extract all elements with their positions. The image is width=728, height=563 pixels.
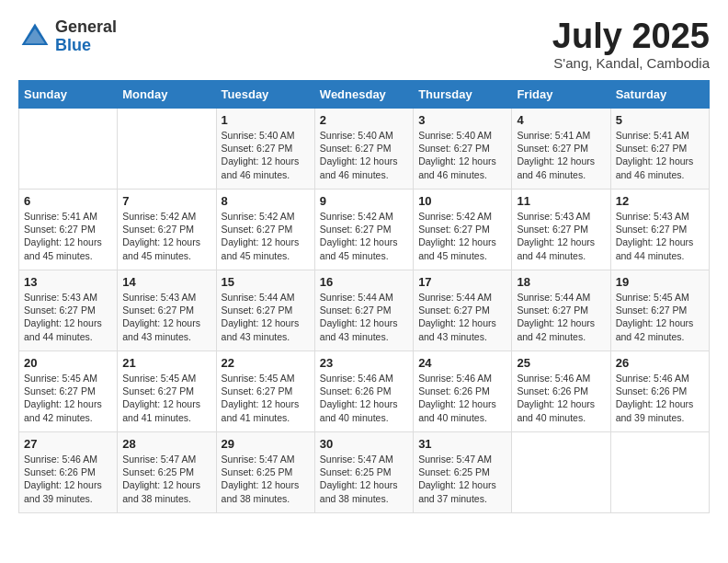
- day-info: Sunrise: 5:44 AM Sunset: 6:27 PM Dayligh…: [222, 291, 310, 343]
- day-info: Sunrise: 5:43 AM Sunset: 6:27 PM Dayligh…: [24, 291, 112, 343]
- day-info: Sunrise: 5:45 AM Sunset: 6:27 PM Dayligh…: [616, 291, 704, 343]
- day-info: Sunrise: 5:44 AM Sunset: 6:27 PM Dayligh…: [517, 291, 605, 343]
- calendar-cell: 5Sunrise: 5:41 AM Sunset: 6:27 PM Daylig…: [610, 109, 709, 190]
- calendar-cell: 9Sunrise: 5:42 AM Sunset: 6:27 PM Daylig…: [314, 190, 413, 270]
- day-number: 1: [222, 113, 310, 127]
- calendar-cell: 4Sunrise: 5:41 AM Sunset: 6:27 PM Daylig…: [512, 109, 610, 190]
- title-block: July 2025 S'ang, Kandal, Cambodia: [552, 18, 710, 71]
- day-number: 10: [418, 194, 506, 208]
- day-number: 2: [320, 113, 408, 127]
- month-title: July 2025: [552, 18, 710, 53]
- calendar-cell: 31Sunrise: 5:47 AM Sunset: 6:25 PM Dayli…: [414, 432, 512, 513]
- calendar-cell: 26Sunrise: 5:46 AM Sunset: 6:26 PM Dayli…: [610, 351, 709, 432]
- day-number: 19: [616, 275, 704, 289]
- day-info: Sunrise: 5:46 AM Sunset: 6:26 PM Dayligh…: [418, 372, 506, 424]
- page-header: General Blue July 2025 S'ang, Kandal, Ca…: [18, 18, 710, 71]
- day-info: Sunrise: 5:45 AM Sunset: 6:27 PM Dayligh…: [122, 372, 210, 424]
- calendar-cell: [512, 432, 610, 513]
- day-info: Sunrise: 5:43 AM Sunset: 6:27 PM Dayligh…: [517, 210, 605, 262]
- day-number: 23: [320, 356, 408, 370]
- calendar-cell: 16Sunrise: 5:44 AM Sunset: 6:27 PM Dayli…: [314, 270, 413, 351]
- day-info: Sunrise: 5:42 AM Sunset: 6:27 PM Dayligh…: [320, 210, 408, 262]
- day-info: Sunrise: 5:43 AM Sunset: 6:27 PM Dayligh…: [616, 210, 704, 262]
- calendar-cell: 6Sunrise: 5:41 AM Sunset: 6:27 PM Daylig…: [19, 190, 118, 270]
- day-info: Sunrise: 5:40 AM Sunset: 6:27 PM Dayligh…: [222, 129, 310, 181]
- day-info: Sunrise: 5:46 AM Sunset: 6:26 PM Dayligh…: [616, 372, 704, 424]
- calendar-week-row: 20Sunrise: 5:45 AM Sunset: 6:27 PM Dayli…: [19, 351, 710, 432]
- day-number: 8: [222, 194, 310, 208]
- day-header: Tuesday: [216, 81, 314, 109]
- logo: General Blue: [18, 18, 117, 55]
- location-subtitle: S'ang, Kandal, Cambodia: [552, 55, 710, 71]
- day-info: Sunrise: 5:47 AM Sunset: 6:25 PM Dayligh…: [222, 453, 310, 505]
- calendar-week-row: 27Sunrise: 5:46 AM Sunset: 6:26 PM Dayli…: [19, 432, 710, 513]
- calendar-cell: 21Sunrise: 5:45 AM Sunset: 6:27 PM Dayli…: [118, 351, 216, 432]
- day-info: Sunrise: 5:42 AM Sunset: 6:27 PM Dayligh…: [222, 210, 310, 262]
- day-info: Sunrise: 5:47 AM Sunset: 6:25 PM Dayligh…: [320, 453, 408, 505]
- calendar-week-row: 13Sunrise: 5:43 AM Sunset: 6:27 PM Dayli…: [19, 270, 710, 351]
- day-number: 30: [320, 437, 408, 451]
- day-info: Sunrise: 5:47 AM Sunset: 6:25 PM Dayligh…: [418, 453, 506, 505]
- day-info: Sunrise: 5:41 AM Sunset: 6:27 PM Dayligh…: [616, 129, 704, 181]
- day-info: Sunrise: 5:40 AM Sunset: 6:27 PM Dayligh…: [418, 129, 506, 181]
- day-info: Sunrise: 5:42 AM Sunset: 6:27 PM Dayligh…: [122, 210, 210, 262]
- logo-icon: [18, 20, 51, 53]
- calendar-cell: 23Sunrise: 5:46 AM Sunset: 6:26 PM Dayli…: [314, 351, 413, 432]
- day-info: Sunrise: 5:44 AM Sunset: 6:27 PM Dayligh…: [320, 291, 408, 343]
- calendar-cell: [19, 109, 118, 190]
- calendar-cell: 22Sunrise: 5:45 AM Sunset: 6:27 PM Dayli…: [216, 351, 314, 432]
- calendar-cell: 10Sunrise: 5:42 AM Sunset: 6:27 PM Dayli…: [414, 190, 512, 270]
- day-info: Sunrise: 5:43 AM Sunset: 6:27 PM Dayligh…: [122, 291, 210, 343]
- day-number: 6: [24, 194, 112, 208]
- calendar-cell: 15Sunrise: 5:44 AM Sunset: 6:27 PM Dayli…: [216, 270, 314, 351]
- day-header: Sunday: [19, 81, 118, 109]
- calendar-cell: 11Sunrise: 5:43 AM Sunset: 6:27 PM Dayli…: [512, 190, 610, 270]
- day-info: Sunrise: 5:46 AM Sunset: 6:26 PM Dayligh…: [320, 372, 408, 424]
- day-number: 24: [418, 356, 506, 370]
- day-info: Sunrise: 5:46 AM Sunset: 6:26 PM Dayligh…: [24, 453, 112, 505]
- calendar-cell: [118, 109, 216, 190]
- calendar-cell: [610, 432, 709, 513]
- logo-general: General: [55, 18, 117, 37]
- day-number: 15: [222, 275, 310, 289]
- calendar-cell: 18Sunrise: 5:44 AM Sunset: 6:27 PM Dayli…: [512, 270, 610, 351]
- day-number: 11: [517, 194, 605, 208]
- day-number: 5: [616, 113, 704, 127]
- calendar-cell: 29Sunrise: 5:47 AM Sunset: 6:25 PM Dayli…: [216, 432, 314, 513]
- calendar-cell: 2Sunrise: 5:40 AM Sunset: 6:27 PM Daylig…: [314, 109, 413, 190]
- logo-text: General Blue: [55, 18, 117, 55]
- day-info: Sunrise: 5:45 AM Sunset: 6:27 PM Dayligh…: [222, 372, 310, 424]
- calendar-cell: 13Sunrise: 5:43 AM Sunset: 6:27 PM Dayli…: [19, 270, 118, 351]
- header-row: SundayMondayTuesdayWednesdayThursdayFrid…: [19, 81, 710, 109]
- day-info: Sunrise: 5:46 AM Sunset: 6:26 PM Dayligh…: [517, 372, 605, 424]
- day-number: 27: [24, 437, 112, 451]
- calendar-cell: 7Sunrise: 5:42 AM Sunset: 6:27 PM Daylig…: [118, 190, 216, 270]
- calendar-cell: 19Sunrise: 5:45 AM Sunset: 6:27 PM Dayli…: [610, 270, 709, 351]
- calendar-cell: 14Sunrise: 5:43 AM Sunset: 6:27 PM Dayli…: [118, 270, 216, 351]
- day-number: 3: [418, 113, 506, 127]
- day-header: Friday: [512, 81, 610, 109]
- day-info: Sunrise: 5:45 AM Sunset: 6:27 PM Dayligh…: [24, 372, 112, 424]
- day-number: 14: [122, 275, 210, 289]
- day-number: 28: [122, 437, 210, 451]
- calendar-cell: 27Sunrise: 5:46 AM Sunset: 6:26 PM Dayli…: [19, 432, 118, 513]
- day-number: 12: [616, 194, 704, 208]
- calendar-cell: 28Sunrise: 5:47 AM Sunset: 6:25 PM Dayli…: [118, 432, 216, 513]
- day-number: 18: [517, 275, 605, 289]
- calendar-cell: 30Sunrise: 5:47 AM Sunset: 6:25 PM Dayli…: [314, 432, 413, 513]
- day-number: 25: [517, 356, 605, 370]
- calendar-week-row: 6Sunrise: 5:41 AM Sunset: 6:27 PM Daylig…: [19, 190, 710, 270]
- day-header: Monday: [118, 81, 216, 109]
- day-number: 20: [24, 356, 112, 370]
- calendar-cell: 24Sunrise: 5:46 AM Sunset: 6:26 PM Dayli…: [414, 351, 512, 432]
- calendar-cell: 12Sunrise: 5:43 AM Sunset: 6:27 PM Dayli…: [610, 190, 709, 270]
- day-header: Thursday: [414, 81, 512, 109]
- calendar-table: SundayMondayTuesdayWednesdayThursdayFrid…: [18, 80, 710, 513]
- day-number: 16: [320, 275, 408, 289]
- day-header: Wednesday: [314, 81, 413, 109]
- day-info: Sunrise: 5:41 AM Sunset: 6:27 PM Dayligh…: [24, 210, 112, 262]
- day-number: 22: [222, 356, 310, 370]
- day-number: 29: [222, 437, 310, 451]
- day-info: Sunrise: 5:41 AM Sunset: 6:27 PM Dayligh…: [517, 129, 605, 181]
- calendar-cell: 17Sunrise: 5:44 AM Sunset: 6:27 PM Dayli…: [414, 270, 512, 351]
